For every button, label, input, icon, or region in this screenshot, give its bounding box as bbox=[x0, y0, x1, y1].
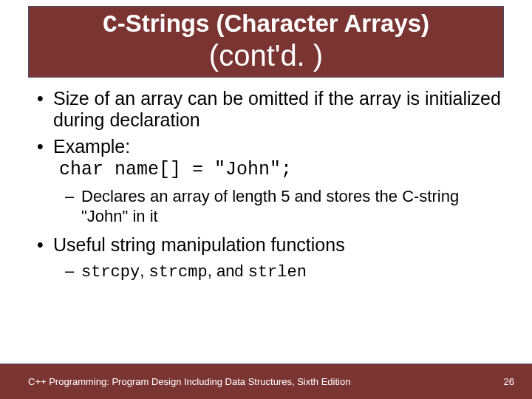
bullet-list: Size of an array can be omitted if the a… bbox=[35, 88, 507, 283]
bullet-2-label: Example: bbox=[53, 136, 130, 157]
bullet-item-1: Size of an array can be omitted if the a… bbox=[35, 88, 507, 132]
bullet-1-text: Size of an array can be omitted if the a… bbox=[53, 88, 501, 131]
fn-strlen: strlen bbox=[248, 263, 307, 282]
sep1: , bbox=[140, 262, 149, 280]
code-example: char name[] = "John"; bbox=[59, 159, 507, 181]
sub-list-2: strcpy, strcmp, and strlen bbox=[65, 262, 507, 283]
footer-left-text: C++ Programming: Program Design Includin… bbox=[28, 376, 350, 387]
sub-bullet-1-text: Declares an array of length 5 and stores… bbox=[81, 187, 459, 225]
sub-bullet-1: Declares an array of length 5 and stores… bbox=[65, 187, 507, 227]
slide-title-line2: (cont'd. ) bbox=[36, 40, 496, 71]
sub-list-1: Declares an array of length 5 and stores… bbox=[65, 187, 507, 227]
sep2: , and bbox=[208, 262, 248, 280]
bullet-3-text: Useful string manipulation functions bbox=[53, 234, 345, 255]
bullet-item-3: Useful string manipulation functions str… bbox=[35, 234, 507, 283]
title-prefix-mono: C bbox=[103, 12, 117, 39]
footer-page-number: 26 bbox=[504, 376, 514, 387]
slide-title-bar: C-Strings (Character Arrays) (cont'd. ) bbox=[28, 6, 504, 78]
slide-footer: C++ Programming: Program Design Includin… bbox=[0, 364, 532, 399]
fn-strcmp: strcmp bbox=[149, 263, 207, 282]
title-rest: -Strings (Character Arrays) bbox=[117, 10, 429, 37]
fn-strcpy: strcpy bbox=[81, 263, 140, 282]
bullet-item-2: Example: char name[] = "John"; Declares … bbox=[35, 136, 507, 227]
slide-title-line1: C-Strings (Character Arrays) bbox=[36, 10, 496, 40]
slide-content: Size of an array can be omitted if the a… bbox=[0, 78, 532, 283]
sub-bullet-2: strcpy, strcmp, and strlen bbox=[65, 262, 507, 283]
